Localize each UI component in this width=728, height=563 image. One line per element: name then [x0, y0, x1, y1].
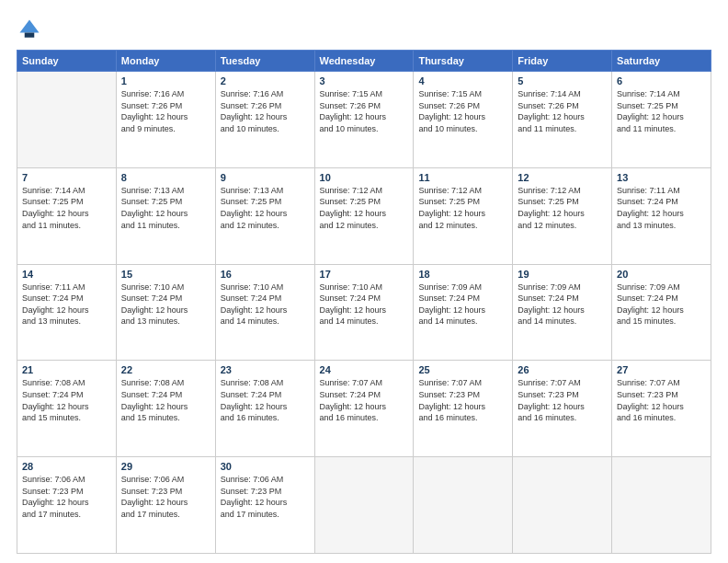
calendar-cell [314, 457, 414, 554]
day-info: Sunrise: 7:07 AM Sunset: 7:23 PM Dayligh… [418, 377, 507, 423]
day-number: 15 [121, 269, 210, 280]
day-info: Sunrise: 7:06 AM Sunset: 7:23 PM Dayligh… [121, 474, 210, 520]
calendar-cell [612, 457, 711, 554]
calendar-cell: 26Sunrise: 7:07 AM Sunset: 7:23 PM Dayli… [513, 361, 612, 457]
day-info: Sunrise: 7:09 AM Sunset: 7:24 PM Dayligh… [617, 282, 706, 327]
calendar-cell: 10Sunrise: 7:12 AM Sunset: 7:25 PM Dayli… [314, 167, 414, 264]
day-number: 19 [518, 269, 607, 280]
weekday-header: Wednesday [314, 51, 414, 72]
logo-icon [17, 17, 42, 42]
calendar-cell: 5Sunrise: 7:14 AM Sunset: 7:26 PM Daylig… [513, 72, 612, 168]
day-number: 6 [617, 75, 706, 86]
day-number: 17 [320, 269, 409, 280]
day-info: Sunrise: 7:08 AM Sunset: 7:24 PM Dayligh… [221, 377, 310, 423]
day-info: Sunrise: 7:15 AM Sunset: 7:26 PM Dayligh… [320, 88, 409, 134]
calendar-cell: 4Sunrise: 7:15 AM Sunset: 7:26 PM Daylig… [414, 72, 513, 168]
calendar-cell [17, 72, 117, 168]
calendar-cell: 8Sunrise: 7:13 AM Sunset: 7:25 PM Daylig… [116, 167, 215, 264]
day-info: Sunrise: 7:10 AM Sunset: 7:24 PM Dayligh… [320, 282, 409, 327]
day-number: 21 [22, 364, 111, 375]
calendar-week-row: 7Sunrise: 7:14 AM Sunset: 7:25 PM Daylig… [17, 167, 711, 264]
calendar-cell: 2Sunrise: 7:16 AM Sunset: 7:26 PM Daylig… [215, 72, 314, 168]
header [17, 17, 711, 42]
day-number: 3 [320, 75, 409, 86]
day-number: 9 [221, 172, 310, 183]
day-info: Sunrise: 7:12 AM Sunset: 7:25 PM Dayligh… [518, 185, 607, 231]
day-number: 12 [518, 172, 607, 183]
day-info: Sunrise: 7:06 AM Sunset: 7:23 PM Dayligh… [22, 474, 111, 520]
calendar-header-row: SundayMondayTuesdayWednesdayThursdayFrid… [17, 51, 711, 72]
calendar-week-row: 21Sunrise: 7:08 AM Sunset: 7:24 PM Dayli… [17, 361, 711, 457]
day-number: 20 [617, 269, 706, 280]
day-info: Sunrise: 7:08 AM Sunset: 7:24 PM Dayligh… [22, 377, 111, 423]
calendar-cell: 9Sunrise: 7:13 AM Sunset: 7:25 PM Daylig… [215, 167, 314, 264]
weekday-header: Thursday [414, 51, 513, 72]
day-number: 26 [518, 364, 607, 375]
day-info: Sunrise: 7:08 AM Sunset: 7:24 PM Dayligh… [121, 377, 210, 423]
day-info: Sunrise: 7:09 AM Sunset: 7:24 PM Dayligh… [418, 282, 507, 327]
day-info: Sunrise: 7:15 AM Sunset: 7:26 PM Dayligh… [418, 88, 507, 134]
day-info: Sunrise: 7:11 AM Sunset: 7:24 PM Dayligh… [22, 282, 111, 327]
day-number: 2 [221, 75, 310, 86]
day-info: Sunrise: 7:14 AM Sunset: 7:25 PM Dayligh… [22, 185, 111, 231]
calendar-cell: 20Sunrise: 7:09 AM Sunset: 7:24 PM Dayli… [612, 264, 711, 361]
day-number: 1 [121, 75, 210, 86]
weekday-header: Monday [116, 51, 215, 72]
day-info: Sunrise: 7:13 AM Sunset: 7:25 PM Dayligh… [121, 185, 210, 231]
calendar-cell: 13Sunrise: 7:11 AM Sunset: 7:24 PM Dayli… [612, 167, 711, 264]
calendar-cell: 19Sunrise: 7:09 AM Sunset: 7:24 PM Dayli… [513, 264, 612, 361]
calendar-cell: 30Sunrise: 7:06 AM Sunset: 7:23 PM Dayli… [215, 457, 314, 554]
day-number: 8 [121, 172, 210, 183]
calendar-table: SundayMondayTuesdayWednesdayThursdayFrid… [17, 50, 711, 554]
calendar-cell: 29Sunrise: 7:06 AM Sunset: 7:23 PM Dayli… [116, 457, 215, 554]
calendar-week-row: 1Sunrise: 7:16 AM Sunset: 7:26 PM Daylig… [17, 72, 711, 168]
calendar-cell: 11Sunrise: 7:12 AM Sunset: 7:25 PM Dayli… [414, 167, 513, 264]
calendar-cell: 7Sunrise: 7:14 AM Sunset: 7:25 PM Daylig… [17, 167, 117, 264]
calendar-cell [414, 457, 513, 554]
calendar-cell: 15Sunrise: 7:10 AM Sunset: 7:24 PM Dayli… [116, 264, 215, 361]
day-number: 4 [418, 75, 507, 86]
day-info: Sunrise: 7:07 AM Sunset: 7:23 PM Dayligh… [518, 377, 607, 423]
day-number: 29 [121, 461, 210, 472]
day-info: Sunrise: 7:14 AM Sunset: 7:26 PM Dayligh… [518, 88, 607, 134]
calendar-cell: 24Sunrise: 7:07 AM Sunset: 7:24 PM Dayli… [314, 361, 414, 457]
day-info: Sunrise: 7:13 AM Sunset: 7:25 PM Dayligh… [221, 185, 310, 231]
calendar-cell: 28Sunrise: 7:06 AM Sunset: 7:23 PM Dayli… [17, 457, 117, 554]
day-info: Sunrise: 7:07 AM Sunset: 7:24 PM Dayligh… [320, 377, 409, 423]
calendar-cell: 1Sunrise: 7:16 AM Sunset: 7:26 PM Daylig… [116, 72, 215, 168]
day-info: Sunrise: 7:14 AM Sunset: 7:25 PM Dayligh… [617, 88, 706, 134]
calendar-cell: 23Sunrise: 7:08 AM Sunset: 7:24 PM Dayli… [215, 361, 314, 457]
day-number: 23 [221, 364, 310, 375]
day-number: 28 [22, 461, 111, 472]
day-number: 5 [518, 75, 607, 86]
weekday-header: Friday [513, 51, 612, 72]
day-info: Sunrise: 7:09 AM Sunset: 7:24 PM Dayligh… [518, 282, 607, 327]
day-number: 11 [418, 172, 507, 183]
day-number: 18 [418, 269, 507, 280]
day-number: 22 [121, 364, 210, 375]
calendar-cell: 14Sunrise: 7:11 AM Sunset: 7:24 PM Dayli… [17, 264, 117, 361]
calendar-cell: 17Sunrise: 7:10 AM Sunset: 7:24 PM Dayli… [314, 264, 414, 361]
day-info: Sunrise: 7:10 AM Sunset: 7:24 PM Dayligh… [221, 282, 310, 327]
svg-rect-1 [25, 33, 35, 38]
logo [17, 17, 46, 42]
day-info: Sunrise: 7:16 AM Sunset: 7:26 PM Dayligh… [121, 88, 210, 134]
day-info: Sunrise: 7:07 AM Sunset: 7:23 PM Dayligh… [617, 377, 706, 423]
calendar-cell: 22Sunrise: 7:08 AM Sunset: 7:24 PM Dayli… [116, 361, 215, 457]
calendar-week-row: 28Sunrise: 7:06 AM Sunset: 7:23 PM Dayli… [17, 457, 711, 554]
day-number: 27 [617, 364, 706, 375]
day-info: Sunrise: 7:11 AM Sunset: 7:24 PM Dayligh… [617, 185, 706, 231]
weekday-header: Tuesday [215, 51, 314, 72]
calendar-cell: 25Sunrise: 7:07 AM Sunset: 7:23 PM Dayli… [414, 361, 513, 457]
calendar-cell: 6Sunrise: 7:14 AM Sunset: 7:25 PM Daylig… [612, 72, 711, 168]
day-number: 25 [418, 364, 507, 375]
day-number: 13 [617, 172, 706, 183]
day-number: 24 [320, 364, 409, 375]
day-info: Sunrise: 7:16 AM Sunset: 7:26 PM Dayligh… [221, 88, 310, 134]
day-info: Sunrise: 7:12 AM Sunset: 7:25 PM Dayligh… [320, 185, 409, 231]
calendar-cell [513, 457, 612, 554]
calendar-cell: 18Sunrise: 7:09 AM Sunset: 7:24 PM Dayli… [414, 264, 513, 361]
day-info: Sunrise: 7:12 AM Sunset: 7:25 PM Dayligh… [418, 185, 507, 231]
svg-marker-0 [20, 20, 40, 33]
day-info: Sunrise: 7:06 AM Sunset: 7:23 PM Dayligh… [221, 474, 310, 520]
